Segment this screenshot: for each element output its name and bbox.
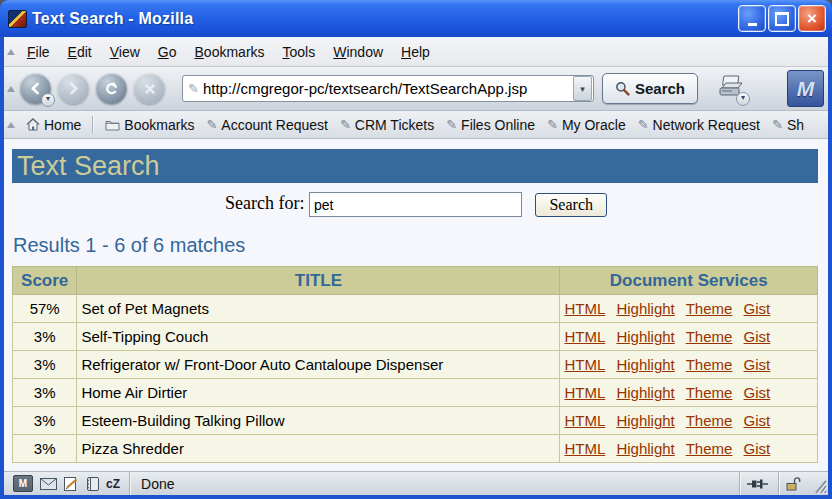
composer-component-icon[interactable] <box>64 477 79 491</box>
result-row: 3%Home Air DirtierHTML Highlight Theme G… <box>13 379 818 407</box>
toolbar-grippy[interactable] <box>7 49 15 55</box>
close-button[interactable]: × <box>798 5 826 32</box>
component-bar: M cZ <box>4 472 130 495</box>
doc-service-link-highlight[interactable]: Highlight <box>616 384 674 401</box>
bookmark-icon: ✎ <box>340 117 351 132</box>
doc-service-link-highlight[interactable]: Highlight <box>616 300 674 317</box>
doc-service-link-highlight[interactable]: Highlight <box>616 440 674 457</box>
menu-item-edit[interactable]: Edit <box>59 41 101 63</box>
doc-service-link-gist[interactable]: Gist <box>744 328 771 345</box>
doc-service-link-gist[interactable]: Gist <box>744 300 771 317</box>
menu-item-window[interactable]: Window <box>324 41 392 63</box>
bookmark-item-bookmarks[interactable]: Bookmarks <box>99 115 200 135</box>
score-cell: 3% <box>13 407 77 435</box>
stop-button[interactable] <box>134 73 165 104</box>
toolbar-search-button[interactable]: Search <box>602 73 698 104</box>
print-dropdown[interactable]: ▾ <box>736 92 750 106</box>
forward-button[interactable] <box>58 73 89 104</box>
resize-grip[interactable] <box>808 473 828 495</box>
back-arrow-icon <box>29 82 42 95</box>
maximize-button[interactable] <box>768 5 796 32</box>
bookmark-item-home[interactable]: Home <box>20 115 87 135</box>
minimize-button[interactable] <box>738 5 766 32</box>
bookmark-item-label: Account Request <box>221 117 328 133</box>
bookmark-icon: ✎ <box>547 117 558 132</box>
bookmark-icon: ✎ <box>772 117 783 132</box>
services-cell: HTML Highlight Theme Gist <box>560 351 818 379</box>
maximize-icon <box>775 12 789 26</box>
doc-service-link-theme[interactable]: Theme <box>686 412 733 429</box>
back-history-dropdown[interactable]: ▾ <box>41 93 55 107</box>
menu-item-help[interactable]: Help <box>392 41 439 63</box>
reload-button[interactable] <box>96 73 127 104</box>
online-status-indicator[interactable] <box>739 472 778 495</box>
menu-item-tools[interactable]: Tools <box>274 41 325 63</box>
title-header: TITLE <box>77 267 560 295</box>
doc-service-link-gist[interactable]: Gist <box>744 412 771 429</box>
mozilla-logo[interactable]: M <box>787 70 824 107</box>
bookmark-item-my-oracle[interactable]: ✎My Oracle <box>541 115 632 135</box>
personal-toolbar: HomeBookmarks✎Account Request✎CRM Ticket… <box>4 111 828 139</box>
doc-service-link-gist[interactable]: Gist <box>744 356 771 373</box>
result-row: 3%Pizza ShredderHTML Highlight Theme Gis… <box>13 435 818 463</box>
result-row: 57%Set of Pet MagnetsHTML Highlight Them… <box>13 295 818 323</box>
doc-service-link-html[interactable]: HTML <box>564 384 605 401</box>
doc-service-link-theme[interactable]: Theme <box>686 328 733 345</box>
minimize-icon <box>748 23 757 26</box>
results-table-body: 57%Set of Pet MagnetsHTML Highlight Them… <box>13 295 818 463</box>
services-cell: HTML Highlight Theme Gist <box>560 323 818 351</box>
doc-service-link-gist[interactable]: Gist <box>744 440 771 457</box>
print-button[interactable]: ▾ <box>716 75 746 103</box>
mail-component-icon[interactable] <box>40 478 57 490</box>
doc-service-link-highlight[interactable]: Highlight <box>616 412 674 429</box>
doc-service-link-html[interactable]: HTML <box>564 328 605 345</box>
title-cell: Set of Pet Magnets <box>77 295 560 323</box>
doc-service-link-highlight[interactable]: Highlight <box>616 356 674 373</box>
doc-service-link-theme[interactable]: Theme <box>686 356 733 373</box>
url-bar[interactable]: ✎ http://cmgregor-pc/textsearch/TextSear… <box>182 75 594 102</box>
doc-service-link-html[interactable]: HTML <box>564 412 605 429</box>
doc-service-link-gist[interactable]: Gist <box>744 384 771 401</box>
url-bookmark-icon[interactable]: ✎ <box>188 81 199 96</box>
window-title: Text Search - Mozilla <box>32 10 193 28</box>
page-search-button[interactable]: Search <box>535 193 607 217</box>
search-form: Search for: Search <box>10 192 822 217</box>
bookmark-item-sh[interactable]: ✎Sh <box>766 115 810 135</box>
title-bar[interactable]: Text Search - Mozilla × <box>0 0 832 37</box>
doc-service-link-theme[interactable]: Theme <box>686 384 733 401</box>
toolbar-grippy[interactable] <box>7 122 15 128</box>
doc-service-link-theme[interactable]: Theme <box>686 300 733 317</box>
bookmark-item-network-request[interactable]: ✎Network Request <box>632 115 766 135</box>
back-button[interactable]: ▾ <box>20 73 51 104</box>
home-icon <box>26 118 40 131</box>
doc-service-link-html[interactable]: HTML <box>564 356 605 373</box>
doc-service-link-theme[interactable]: Theme <box>686 440 733 457</box>
bookmark-item-label: Home <box>44 117 81 133</box>
addressbook-component-icon[interactable] <box>86 477 99 491</box>
bookmark-item-label: Bookmarks <box>124 117 194 133</box>
url-dropdown-button[interactable]: ▾ <box>573 76 592 101</box>
title-cell: Self-Tipping Couch <box>77 323 560 351</box>
url-input[interactable]: http://cmgregor-pc/textsearch/TextSearch… <box>203 80 572 97</box>
menu-item-file[interactable]: File <box>18 41 59 63</box>
menu-item-go[interactable]: Go <box>149 41 186 63</box>
doc-service-link-highlight[interactable]: Highlight <box>616 328 674 345</box>
mozilla-app-icon <box>8 10 27 28</box>
menu-item-view[interactable]: View <box>101 41 149 63</box>
bookmark-item-account-request[interactable]: ✎Account Request <box>200 115 334 135</box>
search-input[interactable] <box>309 192 522 217</box>
score-cell: 3% <box>13 379 77 407</box>
security-indicator[interactable] <box>778 472 808 495</box>
bookmark-item-label: CRM Tickets <box>355 117 434 133</box>
doc-service-link-html[interactable]: HTML <box>564 440 605 457</box>
navigator-component-icon[interactable]: M <box>13 475 33 492</box>
bookmark-item-files-online[interactable]: ✎Files Online <box>440 115 541 135</box>
bookmark-item-crm-tickets[interactable]: ✎CRM Tickets <box>334 115 440 135</box>
menu-bar-items: FileEditViewGoBookmarksToolsWindowHelp <box>18 41 439 63</box>
score-header: Score <box>13 267 77 295</box>
score-cell: 3% <box>13 435 77 463</box>
toolbar-grippy[interactable] <box>7 86 15 92</box>
menu-item-bookmarks[interactable]: Bookmarks <box>186 41 274 63</box>
doc-service-link-html[interactable]: HTML <box>564 300 605 317</box>
chatzilla-component-icon[interactable]: cZ <box>106 477 120 491</box>
